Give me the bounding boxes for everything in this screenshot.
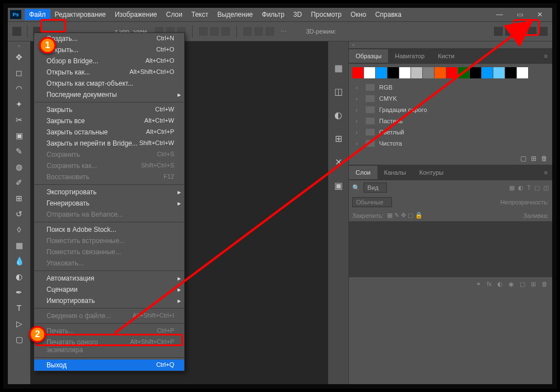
blur-tool[interactable]: 💧: [8, 253, 30, 269]
swatch[interactable]: [352, 67, 363, 78]
navigator-tab[interactable]: Навигатор: [388, 49, 431, 63]
filter-type-icon[interactable]: T: [527, 184, 531, 192]
brush-tool[interactable]: ✐: [8, 175, 30, 190]
stamp-tool[interactable]: ⊞: [8, 190, 30, 206]
menu-item[interactable]: Сценарии: [34, 284, 184, 295]
new-swatch-icon[interactable]: ⊞: [531, 155, 536, 162]
adj-icon[interactable]: ◉: [508, 281, 514, 288]
swatch[interactable]: [423, 67, 434, 78]
swatch[interactable]: [482, 67, 493, 78]
link-icon[interactable]: ⚭: [476, 281, 481, 288]
window-close-button[interactable]: ✕: [530, 8, 550, 21]
menu-edit[interactable]: Редактирование: [50, 9, 110, 20]
adjustments-icon[interactable]: ◐: [332, 109, 344, 121]
filter-shape-icon[interactable]: ▢: [534, 184, 540, 192]
swatch[interactable]: [470, 67, 481, 78]
swatch[interactable]: [505, 67, 516, 78]
zoom-icon[interactable]: [528, 27, 536, 36]
menu-select[interactable]: Выделение: [213, 9, 258, 20]
layers-tab[interactable]: Слои: [349, 166, 377, 179]
menu-item[interactable]: Открыть как смарт-объект...: [34, 78, 184, 89]
marquee-tool[interactable]: ◻: [8, 65, 30, 81]
eraser-tool[interactable]: ◊: [8, 222, 30, 237]
libraries-icon[interactable]: ◫: [332, 85, 344, 97]
menu-window[interactable]: Окно: [346, 9, 371, 20]
menu-item[interactable]: Закрыть и перейти в Bridge...Shift+Ctrl+…: [34, 138, 184, 149]
layers-list[interactable]: [349, 221, 552, 277]
panel-menu-icon[interactable]: ≡: [544, 53, 552, 59]
orbit-icon[interactable]: [494, 27, 503, 36]
swatch[interactable]: [411, 67, 422, 78]
wand-tool[interactable]: ✦: [8, 96, 30, 112]
blend-mode-dropdown[interactable]: Обычные: [352, 197, 392, 207]
swatch-folder[interactable]: ›Чистота: [352, 138, 549, 149]
gradient-tool[interactable]: ▦: [8, 237, 30, 253]
new-folder-icon[interactable]: ▢: [520, 155, 526, 162]
crop-tool[interactable]: ✂: [8, 112, 30, 128]
swatch-folder[interactable]: ›Пастель: [352, 115, 549, 127]
type-tool[interactable]: T: [8, 300, 30, 316]
menu-filter[interactable]: Фильтр: [258, 9, 289, 20]
filter-adjust-icon[interactable]: ◐: [518, 184, 524, 192]
swatch[interactable]: [458, 67, 469, 78]
screenmode-icon[interactable]: [539, 27, 548, 36]
properties-icon[interactable]: ⊞: [332, 132, 344, 144]
paths-tab[interactable]: Контуры: [413, 166, 450, 179]
history-brush-tool[interactable]: ↺: [8, 206, 30, 222]
menu-item[interactable]: Поиск в Adobe Stock...: [34, 224, 184, 235]
eyedropper-tool[interactable]: ✎: [8, 143, 30, 159]
pen-tool[interactable]: ✒: [8, 284, 30, 300]
delete-icon[interactable]: 🗑: [542, 281, 548, 288]
frame-tool[interactable]: ▣: [8, 128, 30, 143]
filter-pixel-icon[interactable]: ▦: [509, 184, 515, 192]
shape-tool[interactable]: ▢: [8, 332, 30, 347]
swatches-tab[interactable]: Образцы: [349, 49, 388, 63]
swatch[interactable]: [517, 67, 528, 78]
align-icons-2[interactable]: [242, 26, 275, 36]
menu-image[interactable]: Изображение: [110, 9, 162, 20]
brushes-tab[interactable]: Кисти: [431, 49, 461, 63]
swatch[interactable]: [493, 67, 505, 78]
menu-item[interactable]: Последние документы: [34, 89, 184, 100]
menu-file[interactable]: Файл: [25, 9, 50, 20]
lock-icons[interactable]: ▦ ✎ ✥ ▢ 🔒: [387, 212, 423, 219]
swatch[interactable]: [388, 67, 399, 78]
menu-item[interactable]: Закрыть всеAlt+Ctrl+W: [34, 115, 184, 127]
swatch-folder[interactable]: ›Градации серого: [352, 104, 549, 115]
mask-icon[interactable]: ◐: [497, 281, 503, 288]
fx-icon[interactable]: fx: [487, 281, 492, 288]
swatch[interactable]: [399, 67, 410, 78]
menu-layers[interactable]: Слои: [162, 9, 187, 20]
menu-item[interactable]: Закрыть остальныеAlt+Ctrl+P: [34, 127, 184, 138]
heal-tool[interactable]: ◍: [8, 159, 30, 175]
color-panel-icon[interactable]: ▦: [332, 62, 344, 74]
home-icon[interactable]: [12, 27, 21, 36]
swatch[interactable]: [435, 67, 446, 78]
menu-item[interactable]: Экспортировать: [34, 186, 184, 198]
layer-filter-dropdown[interactable]: Вид: [363, 183, 387, 193]
swatch[interactable]: [364, 67, 375, 78]
layers-menu-icon[interactable]: ≡: [544, 169, 552, 176]
menu-item[interactable]: Импортировать: [34, 295, 184, 306]
group-icon[interactable]: ▢: [520, 281, 525, 288]
tools-icon[interactable]: ✕: [332, 156, 344, 168]
menu-item[interactable]: Открыть...Ctrl+O: [34, 44, 184, 55]
swatch[interactable]: [376, 67, 387, 78]
distribute-icons[interactable]: [198, 26, 231, 36]
swatch-folder[interactable]: ›CMYK: [352, 93, 549, 104]
move3d-icon[interactable]: [516, 27, 525, 36]
swatch[interactable]: [446, 67, 458, 78]
move-tool[interactable]: ✥: [8, 49, 30, 65]
filter-smart-icon[interactable]: ◫: [543, 184, 549, 192]
path-tool[interactable]: ▷: [8, 316, 30, 332]
swatch-folder[interactable]: ›Светлый: [352, 127, 549, 138]
menu-item[interactable]: Обзор в Bridge...Alt+Ctrl+O: [34, 55, 184, 67]
swatch-folder[interactable]: ›RGB: [352, 82, 549, 93]
menu-item[interactable]: ЗакрытьCtrl+W: [34, 104, 184, 115]
menu-item[interactable]: ВыходCtrl+Q: [34, 360, 184, 371]
window-minimize-button[interactable]: —: [489, 8, 510, 21]
lasso-tool[interactable]: ◠: [8, 81, 30, 96]
menu-view[interactable]: Просмотр: [306, 9, 346, 20]
newlayer-icon[interactable]: ⊞: [531, 281, 536, 288]
menu-help[interactable]: Справка: [371, 9, 406, 20]
